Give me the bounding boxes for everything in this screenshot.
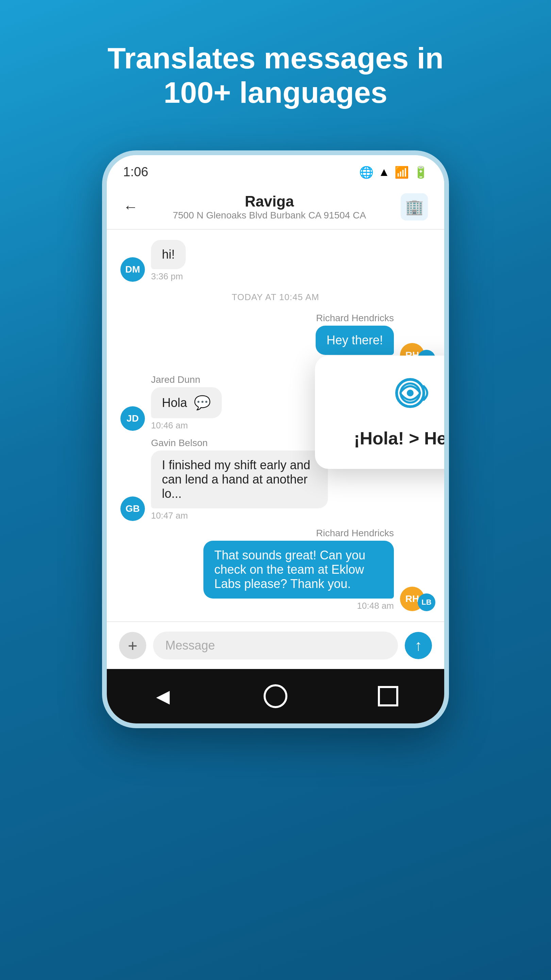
tooltip-text: ¡Hola! > Hello! bbox=[354, 428, 449, 449]
translate-dots-icon[interactable]: 💬 bbox=[194, 395, 211, 411]
nav-home-circle bbox=[264, 684, 287, 708]
svg-point-2 bbox=[407, 390, 414, 396]
msg-time-5: 10:48 am bbox=[357, 601, 394, 611]
signal-icon: 📶 bbox=[395, 165, 409, 179]
chat-subtitle: 7500 N Glenoaks Blvd Burbank CA 91504 CA bbox=[138, 210, 401, 221]
hola-text: Hola bbox=[162, 396, 187, 410]
nav-home-button[interactable] bbox=[262, 682, 289, 710]
divider-time: TODAY AT 10:45 AM bbox=[121, 292, 430, 302]
bubble-4: I finished my shift early and can lend a… bbox=[151, 450, 328, 508]
battery-icon: 🔋 bbox=[414, 165, 428, 179]
wifi-icon: ▲ bbox=[378, 165, 390, 179]
bubble-2: Hey there! bbox=[316, 326, 394, 355]
nav-back-triangle: ◀ bbox=[156, 686, 170, 706]
msg-content-4: Gavin Belson I finished my shift early a… bbox=[151, 438, 328, 521]
avatar-jd: JD bbox=[121, 406, 145, 431]
chat-input-row: + Message ↑ bbox=[107, 621, 444, 669]
chat-title: Raviga bbox=[138, 193, 401, 210]
message-row-5: RH LB Richard Hendricks That sounds grea… bbox=[121, 528, 430, 611]
headline-line1: Translates messages in bbox=[108, 41, 443, 75]
nav-recent-square bbox=[378, 686, 398, 706]
msg-content-3: Jared Dunn Hola 💬 10:46 am bbox=[151, 374, 222, 431]
bubble-5: That sounds great! Can you check on the … bbox=[203, 541, 394, 598]
status-bar: 1:06 🌐 ▲ 📶 🔋 bbox=[107, 155, 444, 185]
nav-bar: ◀ bbox=[107, 669, 444, 724]
avatar-dm: DM bbox=[121, 257, 145, 282]
back-button[interactable]: ← bbox=[123, 198, 138, 215]
avatar-lb-small: LB bbox=[418, 593, 435, 611]
avatar-gb: GB bbox=[121, 496, 145, 521]
send-button[interactable]: ↑ bbox=[405, 632, 432, 659]
tooltip-translate-icon bbox=[393, 376, 434, 418]
chat-body: DM hi! 3:36 pm TODAY AT 10:45 AM RH JD R… bbox=[107, 230, 444, 621]
phone-wrapper: 1:06 🌐 ▲ 📶 🔋 ← Raviga 7500 N Glenoaks Bl… bbox=[102, 150, 449, 728]
phone-frame: 1:06 🌐 ▲ 📶 🔋 ← Raviga 7500 N Glenoaks Bl… bbox=[102, 150, 449, 728]
chat-header-center: Raviga 7500 N Glenoaks Blvd Burbank CA 9… bbox=[138, 193, 401, 221]
status-time: 1:06 bbox=[123, 165, 148, 179]
add-button[interactable]: + bbox=[119, 632, 146, 659]
msg-time-1: 3:36 pm bbox=[151, 271, 186, 282]
building-icon: 🏢 bbox=[401, 193, 428, 221]
msg-content-5: Richard Hendricks That sounds great! Can… bbox=[203, 528, 394, 611]
chat-header: ← Raviga 7500 N Glenoaks Blvd Burbank CA… bbox=[107, 185, 444, 230]
sender-name-2: Richard Hendricks bbox=[316, 313, 394, 324]
avatar-stack-rh2: RH LB bbox=[400, 587, 430, 611]
sender-name-5: Richard Hendricks bbox=[316, 528, 394, 539]
nav-back-button[interactable]: ◀ bbox=[149, 682, 176, 710]
bubble-1: hi! bbox=[151, 240, 186, 269]
nav-recent-button[interactable] bbox=[375, 682, 402, 710]
headline-line2: 100+ languages bbox=[164, 76, 387, 109]
chat-translate-svg bbox=[393, 376, 434, 410]
message-row-1: DM hi! 3:36 pm bbox=[121, 240, 430, 282]
globe-icon: 🌐 bbox=[359, 165, 373, 179]
msg-time-4: 10:47 am bbox=[151, 511, 328, 521]
bubble-3: Hola 💬 bbox=[151, 387, 222, 418]
msg-content-1: hi! 3:36 pm bbox=[151, 240, 186, 282]
sender-name-4: Gavin Belson bbox=[151, 438, 328, 449]
message-input[interactable]: Message bbox=[153, 632, 398, 659]
msg-time-3: 10:46 am bbox=[151, 420, 222, 431]
headline: Translates messages in 100+ languages bbox=[108, 41, 443, 110]
status-icons: 🌐 ▲ 📶 🔋 bbox=[359, 165, 428, 179]
sender-name-3: Jared Dunn bbox=[151, 374, 222, 385]
tooltip-card: ¡Hola! > Hello! bbox=[315, 356, 449, 469]
